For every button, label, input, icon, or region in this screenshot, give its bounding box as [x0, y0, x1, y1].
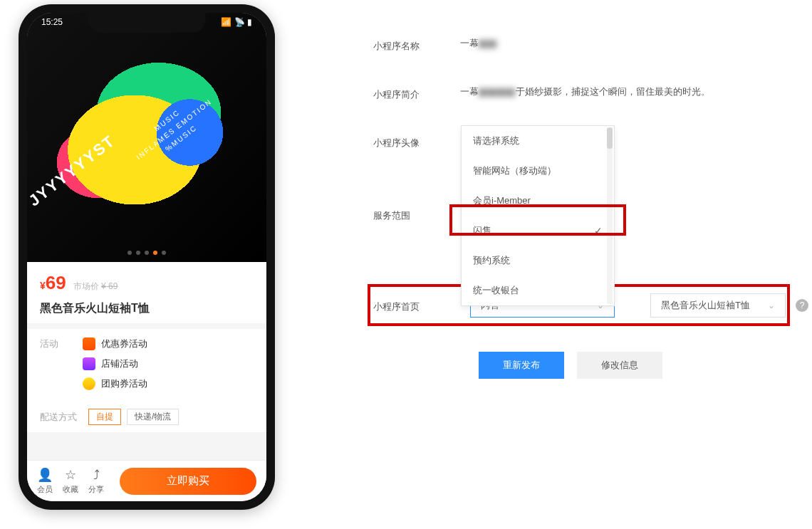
star-icon: ☆	[63, 467, 78, 483]
coupon-icon	[83, 337, 95, 350]
field-label-intro: 小程序简介	[373, 85, 460, 101]
activities-panel: 活动 优惠券活动 店铺活动 团购券活动	[27, 329, 266, 402]
carousel-dots[interactable]	[127, 251, 166, 255]
delivery-tag[interactable]: 自提	[88, 409, 121, 425]
field-value-intro: 一幕▇▇▇▇于婚纱摄影，捕捉这个瞬间，留住最美的时光。	[460, 85, 710, 98]
bottom-bar: 👤会员 ☆收藏 ⤴分享 立即购买	[27, 460, 266, 501]
republish-button[interactable]: 重新发布	[479, 352, 564, 379]
product-image-brand: JYYYYYYST	[27, 132, 119, 211]
phone-time: 15:25	[41, 17, 63, 31]
activity-label: 活动	[40, 337, 83, 350]
dropdown-option[interactable]: 预约系统	[462, 246, 614, 276]
action-buttons: 重新发布 修改信息	[479, 352, 662, 379]
delivery-label: 配送方式	[40, 411, 83, 424]
phone-notch	[88, 13, 206, 33]
checkmark-icon: ✓	[594, 225, 603, 236]
member-button[interactable]: 👤会员	[37, 467, 53, 495]
market-price: 市场价 ¥ 69	[73, 281, 118, 293]
delivery-tag[interactable]: 快递/物流	[127, 409, 179, 425]
phone-indicators-icon: 📶 📡 ▮	[221, 17, 252, 31]
field-label-scope: 服务范围	[373, 206, 460, 222]
dropdown-option[interactable]: 会员i-Member	[462, 186, 614, 216]
delivery-panel: 配送方式 自提 快递/物流	[27, 402, 266, 432]
dropdown-placeholder[interactable]: 请选择系统	[462, 126, 614, 156]
buy-now-button[interactable]: 立即购买	[120, 468, 256, 495]
phone-screen: 15:25 📶 📡 ▮ JYYYYYYST MUSIC INFLAMES EMO…	[27, 13, 266, 501]
help-icon[interactable]: ?	[796, 299, 808, 312]
activity-text[interactable]: 店铺活动	[101, 357, 138, 370]
product-image-overlay: MUSIC INFLAMES EMOTION %MUSIC	[127, 88, 222, 172]
share-icon: ⤴	[88, 468, 104, 483]
modify-button[interactable]: 修改信息	[577, 352, 662, 379]
system-dropdown[interactable]: 请选择系统 智能网站（移动端） 会员i-Member 闪售 ✓ 预约系统 统一收…	[461, 125, 615, 306]
product-title: 黑色音乐火山短袖T恤	[40, 301, 254, 316]
product-image[interactable]: JYYYYYYST MUSIC INFLAMES EMOTION %MUSIC	[27, 13, 266, 262]
shop-icon	[83, 357, 95, 370]
chevron-down-icon: ⌄	[768, 300, 775, 310]
group-icon	[83, 377, 95, 390]
share-button[interactable]: ⤴分享	[88, 468, 104, 495]
field-value-name: 一幕▇▇	[460, 37, 497, 50]
dropdown-option[interactable]: 智能网站（移动端）	[462, 156, 614, 186]
dropdown-option-selected[interactable]: 闪售 ✓	[462, 216, 614, 246]
dropdown-option[interactable]: 统一收银台	[462, 276, 614, 305]
favorite-button[interactable]: ☆收藏	[63, 467, 78, 495]
activity-text[interactable]: 优惠券活动	[101, 337, 147, 350]
product-panel: ¥69 市场价 ¥ 69 黑色音乐火山短袖T恤	[27, 262, 266, 323]
homepage-page-select[interactable]: 黑色音乐火山短袖T恤 ⌄	[650, 293, 786, 318]
phone-frame: 15:25 📶 📡 ▮ JYYYYYYST MUSIC INFLAMES EMO…	[19, 4, 275, 510]
scrollbar[interactable]	[607, 127, 613, 304]
field-label-homepage: 小程序首页	[373, 298, 460, 313]
user-icon: 👤	[37, 467, 53, 483]
activity-text[interactable]: 团购券活动	[101, 377, 147, 390]
field-label-name: 小程序名称	[373, 37, 460, 53]
price: ¥69	[40, 272, 66, 294]
field-label-avatar: 小程序头像	[373, 134, 460, 150]
